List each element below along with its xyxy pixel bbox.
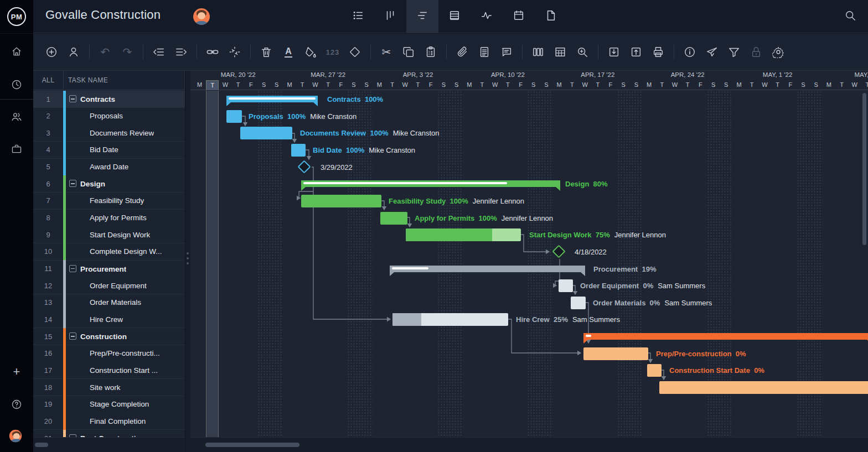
- task-row[interactable]: 3Documents Review: [33, 124, 185, 142]
- gantt-summary-bar[interactable]: [583, 333, 868, 340]
- collapse-icon[interactable]: [69, 95, 76, 102]
- zoom-button[interactable]: [576, 46, 588, 58]
- gantt-task-bar[interactable]: [571, 297, 586, 309]
- task-row[interactable]: 21Post Construction: [33, 430, 185, 437]
- timesheet-icon[interactable]: [11, 79, 22, 90]
- tab-list-view[interactable]: [342, 0, 374, 33]
- bar-label: Design 80%: [565, 178, 608, 190]
- task-row[interactable]: 7Feasibility Study: [33, 193, 185, 210]
- tab-page-view[interactable]: [535, 0, 567, 33]
- grid-button[interactable]: [554, 46, 566, 58]
- task-row[interactable]: 20Final Completion: [33, 413, 185, 430]
- task-row-number: 6: [33, 180, 63, 188]
- tab-calendar-view[interactable]: [503, 0, 535, 33]
- gantt-summary-bar[interactable]: [301, 180, 560, 187]
- gantt-task-bar[interactable]: [240, 127, 292, 139]
- search-button[interactable]: [841, 8, 859, 25]
- task-row[interactable]: 10Complete Design W...: [33, 243, 185, 261]
- gantt-task-bar[interactable]: [647, 364, 662, 377]
- chart-vscroll-thumb[interactable]: [862, 93, 866, 245]
- assign-person-button[interactable]: [68, 46, 80, 58]
- link-tasks-button[interactable]: [206, 46, 219, 58]
- user-avatar[interactable]: [9, 430, 22, 442]
- delete-button[interactable]: [260, 46, 272, 58]
- projects-icon[interactable]: [11, 143, 22, 154]
- gantt-task-bar[interactable]: [406, 228, 521, 241]
- gantt-task-bar[interactable]: [392, 313, 508, 326]
- task-row[interactable]: 13Order Materials: [33, 294, 185, 311]
- task-row[interactable]: 6Design: [33, 175, 185, 193]
- export-button[interactable]: [630, 46, 642, 58]
- collapse-icon[interactable]: [69, 265, 76, 272]
- gantt-task-bar[interactable]: [380, 212, 407, 225]
- gantt-task-bar[interactable]: [659, 381, 868, 394]
- filter-button[interactable]: [728, 46, 740, 58]
- task-row[interactable]: 14Hire Crew: [33, 311, 185, 328]
- task-row[interactable]: 16Prep/Pre-constructi...: [33, 345, 185, 362]
- gantt-task-bar[interactable]: [291, 144, 306, 157]
- gantt-task-bar[interactable]: [583, 347, 648, 360]
- tab-activity-view[interactable]: [471, 0, 503, 33]
- milestone-button[interactable]: [349, 46, 361, 58]
- outdent-button[interactable]: [153, 46, 165, 58]
- unlink-tasks-button[interactable]: [229, 46, 241, 58]
- column-header-task-name[interactable]: TASK NAME: [63, 71, 184, 90]
- undo-button[interactable]: ↶: [99, 46, 111, 58]
- gantt-task-bar[interactable]: [301, 195, 381, 207]
- comment-button[interactable]: [500, 46, 513, 58]
- panel-splitter[interactable]: [185, 71, 190, 452]
- share-button[interactable]: [706, 46, 718, 58]
- task-row[interactable]: 2Proposals: [33, 108, 185, 125]
- team-icon[interactable]: [11, 111, 22, 122]
- add-icon[interactable]: +: [11, 365, 22, 376]
- add-task-button[interactable]: [45, 46, 58, 58]
- chart-hscroll-thumb[interactable]: [205, 443, 299, 447]
- text-style-button[interactable]: A: [282, 46, 294, 58]
- task-row[interactable]: 17Construction Start ...: [33, 362, 185, 379]
- indent-button[interactable]: [175, 46, 187, 58]
- fill-color-button[interactable]: [304, 46, 317, 58]
- tab-gantt-view[interactable]: [406, 0, 438, 33]
- numbers-button[interactable]: 123: [327, 46, 339, 58]
- redo-button[interactable]: ↷: [121, 46, 133, 58]
- task-row[interactable]: 15Construction: [33, 328, 185, 345]
- gantt-task-bar[interactable]: [226, 110, 242, 123]
- task-row[interactable]: 18Site work: [33, 379, 185, 396]
- settings-button[interactable]: [772, 46, 784, 58]
- home-icon[interactable]: [11, 46, 22, 57]
- task-row[interactable]: 12Order Equipment: [33, 277, 185, 294]
- task-row[interactable]: 5Award Date: [33, 159, 185, 176]
- help-icon[interactable]: [11, 399, 22, 410]
- project-owner-avatar[interactable]: [193, 8, 210, 25]
- gantt-milestone[interactable]: [552, 245, 565, 258]
- collapse-icon[interactable]: [69, 332, 76, 340]
- app-logo[interactable]: PM: [0, 0, 33, 33]
- task-name: Bid Date: [66, 146, 118, 154]
- task-row[interactable]: 19Stage Completion: [33, 396, 185, 413]
- copy-button[interactable]: [402, 46, 415, 58]
- task-row[interactable]: 4Bid Date: [33, 142, 185, 159]
- task-panel-hscroll-thumb[interactable]: [35, 443, 48, 447]
- column-header-all[interactable]: ALL: [33, 76, 63, 84]
- import-button[interactable]: [608, 46, 620, 58]
- tab-sheet-view[interactable]: [438, 0, 471, 33]
- lock-button[interactable]: [750, 46, 762, 58]
- notes-button[interactable]: [478, 46, 490, 58]
- cut-button[interactable]: ✂: [380, 46, 392, 58]
- task-row[interactable]: 11Procurement: [33, 261, 185, 278]
- tab-board-view[interactable]: [374, 0, 406, 33]
- day-cell: F: [784, 80, 797, 90]
- gantt-task-bar[interactable]: [559, 279, 573, 292]
- print-button[interactable]: [652, 46, 664, 58]
- paste-button[interactable]: [425, 46, 437, 58]
- attachment-button[interactable]: [456, 46, 468, 58]
- task-row[interactable]: 9Start Design Work: [33, 226, 185, 243]
- task-row[interactable]: 1Contracts: [33, 91, 185, 108]
- gantt-summary-bar[interactable]: [390, 266, 585, 272]
- collapse-icon[interactable]: [69, 180, 76, 187]
- gantt-summary-bar[interactable]: [226, 96, 318, 102]
- info-button[interactable]: [684, 46, 696, 58]
- columns-button[interactable]: [532, 46, 544, 58]
- task-row[interactable]: 8Apply for Permits: [33, 210, 185, 227]
- gantt-milestone[interactable]: [297, 160, 311, 173]
